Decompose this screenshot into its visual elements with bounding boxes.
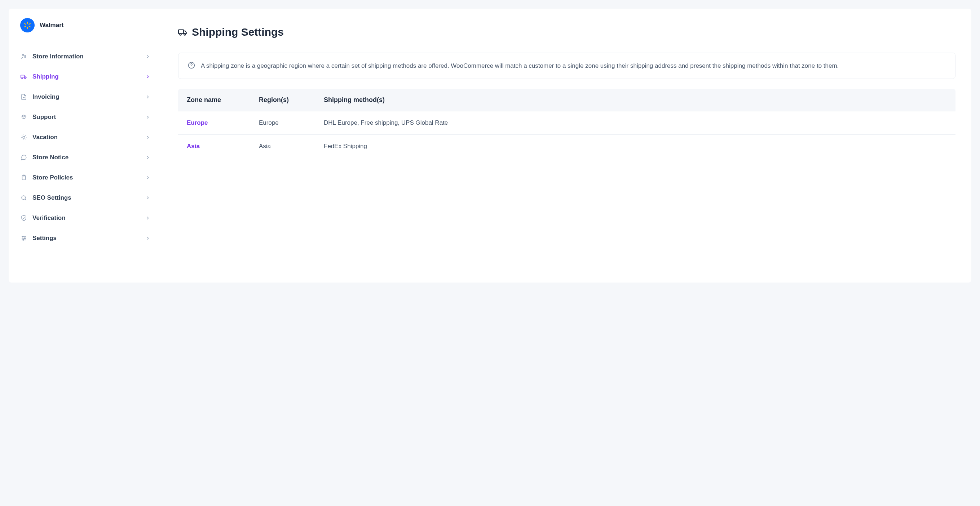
sidebar-item-support[interactable]: Support xyxy=(9,107,162,127)
sidebar-item-invoicing[interactable]: Invoicing xyxy=(9,87,162,107)
sidebar-item-vacation[interactable]: Vacation xyxy=(9,127,162,148)
svg-line-2 xyxy=(24,24,26,24)
sidebar-item-label: Invoicing xyxy=(32,94,140,100)
svg-point-25 xyxy=(22,196,25,200)
col-header-zone: Zone name xyxy=(187,96,259,104)
svg-point-35 xyxy=(184,33,185,35)
truck-icon xyxy=(20,73,27,80)
svg-line-17 xyxy=(22,135,22,136)
ticket-icon xyxy=(20,114,27,121)
sidebar-nav: Store Information Shipping xyxy=(9,42,162,253)
message-icon xyxy=(20,154,27,161)
col-header-region: Region(s) xyxy=(259,96,324,104)
sidebar-item-label: Store Policies xyxy=(32,174,140,181)
table-header: Zone name Region(s) Shipping method(s) xyxy=(178,89,956,111)
sidebar-item-label: Settings xyxy=(32,235,140,242)
chevron-right-icon xyxy=(145,175,150,180)
info-box: A shipping zone is a geographic region w… xyxy=(178,52,956,79)
table-row: Europe Europe DHL Europe, Free shipping,… xyxy=(178,111,956,135)
svg-point-31 xyxy=(24,238,25,239)
sidebar-item-label: Shipping xyxy=(32,73,140,80)
svg-point-32 xyxy=(23,239,24,240)
shield-check-icon xyxy=(20,214,27,222)
store-name: Walmart xyxy=(40,22,64,29)
clipboard-icon xyxy=(20,174,27,181)
help-circle-icon xyxy=(188,62,195,69)
sidebar-item-label: Support xyxy=(32,114,140,121)
info-text: A shipping zone is a geographic region w… xyxy=(201,61,838,71)
page-title: Shipping Settings xyxy=(192,26,284,38)
chevron-right-icon xyxy=(145,54,150,59)
zone-region: Asia xyxy=(259,143,324,150)
sidebar-item-label: Vacation xyxy=(32,134,140,141)
svg-point-6 xyxy=(22,54,24,56)
sidebar: Walmart Store Information Shipp xyxy=(9,9,162,282)
svg-line-4 xyxy=(24,26,26,27)
search-icon xyxy=(20,194,27,201)
svg-rect-10 xyxy=(21,75,24,78)
zone-methods: FedEx Shipping xyxy=(324,143,947,150)
svg-point-14 xyxy=(23,136,25,138)
shipping-zones-table: Zone name Region(s) Shipping method(s) E… xyxy=(178,89,956,158)
zone-region: Europe xyxy=(259,119,324,127)
sidebar-item-label: SEO Settings xyxy=(32,194,140,201)
svg-rect-33 xyxy=(178,30,183,34)
person-card-icon xyxy=(20,53,27,60)
svg-line-21 xyxy=(22,139,22,139)
svg-line-18 xyxy=(25,139,25,139)
sidebar-item-seo-settings[interactable]: SEO Settings xyxy=(9,188,162,208)
svg-point-34 xyxy=(180,33,181,35)
zone-methods: DHL Europe, Free shipping, UPS Global Ra… xyxy=(324,119,947,127)
sidebar-item-store-policies[interactable]: Store Policies xyxy=(9,168,162,188)
file-icon xyxy=(20,94,27,100)
svg-point-11 xyxy=(22,78,23,79)
sidebar-item-store-information[interactable]: Store Information xyxy=(9,46,162,67)
chevron-right-icon xyxy=(145,94,150,100)
svg-line-26 xyxy=(25,199,26,200)
chevron-right-icon xyxy=(145,195,150,200)
sidebar-item-settings[interactable]: Settings xyxy=(9,228,162,248)
zone-name-link[interactable]: Asia xyxy=(187,143,259,150)
svg-point-30 xyxy=(22,236,24,237)
sidebar-item-label: Verification xyxy=(32,214,140,222)
sidebar-item-verification[interactable]: Verification xyxy=(9,208,162,228)
chevron-right-icon xyxy=(145,155,150,160)
page-title-row: Shipping Settings xyxy=(178,26,956,38)
sidebar-item-label: Store Notice xyxy=(32,154,140,161)
svg-line-22 xyxy=(25,135,25,136)
store-header: Walmart xyxy=(9,9,162,42)
svg-line-5 xyxy=(29,24,30,24)
sidebar-item-shipping[interactable]: Shipping xyxy=(9,67,162,87)
svg-line-3 xyxy=(29,26,30,27)
truck-icon xyxy=(178,27,188,37)
col-header-methods: Shipping method(s) xyxy=(324,96,947,104)
zone-name-link[interactable]: Europe xyxy=(187,119,259,127)
sidebar-item-label: Store Information xyxy=(32,53,140,60)
chevron-right-icon xyxy=(145,216,150,220)
chevron-right-icon xyxy=(145,74,150,79)
chevron-right-icon xyxy=(145,236,150,241)
main-content: Shipping Settings A shipping zone is a g… xyxy=(162,9,971,282)
chevron-right-icon xyxy=(145,114,150,120)
chevron-right-icon xyxy=(145,135,150,140)
sliders-icon xyxy=(20,235,27,242)
svg-point-12 xyxy=(24,78,25,79)
sidebar-item-store-notice[interactable]: Store Notice xyxy=(9,148,162,168)
table-row: Asia Asia FedEx Shipping xyxy=(178,135,956,158)
sun-icon xyxy=(20,134,27,141)
store-logo-icon xyxy=(20,18,35,32)
